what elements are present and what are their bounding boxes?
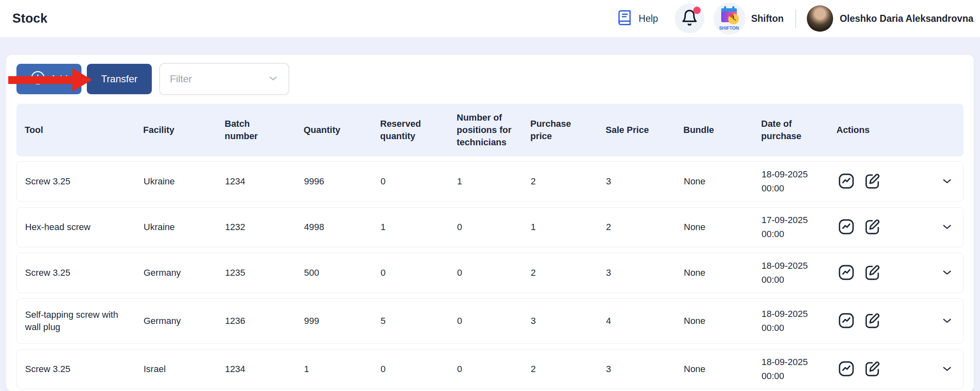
cell-positions: 0	[457, 267, 531, 279]
cell-positions: 0	[457, 221, 531, 233]
cell-date: 18-09-2025 00:00	[762, 307, 837, 335]
activity-icon	[837, 263, 855, 283]
header-divider	[795, 9, 796, 28]
activity-button[interactable]	[837, 218, 856, 237]
activity-button[interactable]	[837, 172, 856, 191]
cell-tool: Hex-head screw	[25, 221, 144, 233]
cell-batch-number: 1234	[225, 363, 304, 375]
column-header-tool: Tool	[25, 124, 143, 136]
top-bar-right: Help	[616, 2, 973, 35]
time-line: 00:00	[762, 227, 829, 241]
cell-sale-price: 3	[606, 175, 684, 188]
edit-button[interactable]	[863, 312, 882, 330]
cell-positions: 0	[457, 315, 531, 327]
edit-icon	[863, 172, 881, 191]
cell-sale-price: 3	[606, 267, 684, 279]
time-line: 00:00	[762, 273, 829, 287]
edit-button[interactable]	[863, 172, 882, 191]
toolbar: Add Transfer Filter	[16, 63, 964, 95]
user-name[interactable]: Oleshko Daria Aleksandrovna	[840, 13, 973, 24]
activity-button[interactable]	[837, 360, 856, 379]
edit-button[interactable]	[863, 263, 882, 282]
expand-row-button[interactable]	[941, 363, 953, 376]
cell-batch-number: 1236	[225, 315, 304, 327]
table-row: Screw 3.25 Germany 1235 500 0 0 2 3 None…	[16, 253, 964, 293]
cell-sale-price: 4	[606, 315, 684, 327]
filter-select[interactable]: Filter	[159, 63, 289, 95]
help-book-icon	[616, 9, 633, 28]
shifton-logo[interactable]: SHIFTON	[713, 2, 745, 35]
cell-facility: Germany	[144, 267, 225, 279]
cell-actions	[837, 172, 963, 191]
cell-sale-price: 2	[606, 221, 684, 233]
cell-reserved-quantity: 0	[381, 363, 457, 375]
activity-icon	[837, 172, 855, 191]
cell-tool: Screw 3.25	[25, 363, 144, 375]
cell-date: 18-09-2025 00:00	[762, 168, 837, 196]
notification-dot	[693, 7, 701, 14]
help-label: Help	[639, 13, 658, 24]
column-header-positions: Number of positions for technicians	[457, 112, 530, 149]
notifications-button[interactable]	[675, 4, 704, 33]
edit-icon	[863, 263, 881, 283]
date-line: 18-09-2025	[762, 355, 829, 369]
activity-icon	[837, 218, 855, 237]
chevron-down-icon	[941, 175, 953, 189]
filter-placeholder: Filter	[170, 73, 192, 85]
plus-circle-icon	[30, 70, 45, 88]
brand-label: Shifton	[751, 13, 784, 24]
stock-content-card: Add Transfer Filter Tool Facility Batch …	[6, 55, 974, 391]
cell-date: 17-09-2025 00:00	[762, 213, 837, 241]
table-row: Screw 3.25 Israel 1234 1 0 0 2 3 None 18…	[16, 349, 964, 389]
cell-quantity: 500	[304, 267, 381, 279]
column-header-quantity: Quantity	[304, 124, 380, 136]
help-button[interactable]: Help	[616, 9, 658, 28]
edit-icon	[863, 360, 881, 379]
activity-button[interactable]	[837, 312, 856, 330]
cell-actions	[837, 218, 963, 237]
chevron-down-icon	[941, 363, 953, 376]
cell-actions	[837, 360, 963, 379]
transfer-button[interactable]: Transfer	[87, 64, 152, 94]
cell-quantity: 4998	[304, 221, 381, 233]
edit-button[interactable]	[863, 360, 882, 379]
cell-reserved-quantity: 0	[381, 175, 457, 188]
expand-row-button[interactable]	[941, 266, 953, 280]
edit-icon	[863, 312, 881, 331]
activity-icon	[837, 360, 855, 379]
cell-reserved-quantity: 0	[381, 267, 457, 279]
cell-facility: Ukraine	[144, 221, 225, 233]
cell-bundle: None	[684, 175, 762, 188]
chevron-down-icon	[941, 314, 953, 328]
add-button[interactable]: Add	[16, 64, 81, 94]
cell-purchase-price: 2	[531, 363, 606, 375]
cell-bundle: None	[684, 315, 762, 327]
time-line: 00:00	[762, 182, 829, 196]
table-row: Self-tapping screw with wall plug German…	[16, 298, 964, 344]
cell-positions: 1	[457, 175, 531, 188]
cell-purchase-price: 1	[531, 221, 606, 233]
edit-button[interactable]	[863, 218, 882, 237]
cell-tool: Self-tapping screw with wall plug	[25, 309, 144, 333]
date-line: 18-09-2025	[762, 259, 829, 273]
cell-facility: Germany	[144, 315, 225, 327]
activity-button[interactable]	[837, 263, 856, 282]
time-line: 00:00	[762, 369, 829, 383]
expand-row-button[interactable]	[941, 175, 953, 189]
date-line: 18-09-2025	[762, 168, 829, 182]
column-header-actions: Actions	[836, 124, 964, 136]
cell-bundle: None	[684, 363, 762, 375]
column-header-batch-number: Batch number	[225, 118, 304, 142]
column-header-date-of-purchase: Date of purchase	[761, 118, 836, 142]
expand-row-button[interactable]	[941, 221, 953, 234]
cell-date: 18-09-2025 00:00	[762, 355, 837, 383]
cell-purchase-price: 3	[531, 315, 606, 327]
cell-batch-number: 1235	[225, 267, 304, 279]
cell-facility: Israel	[144, 363, 225, 375]
user-avatar[interactable]	[807, 5, 833, 32]
cell-bundle: None	[684, 221, 762, 233]
cell-actions	[837, 263, 963, 282]
expand-row-button[interactable]	[941, 314, 953, 328]
column-header-facility: Facility	[143, 124, 225, 136]
column-header-reserved-quantity: Reserved quantity	[380, 118, 457, 142]
